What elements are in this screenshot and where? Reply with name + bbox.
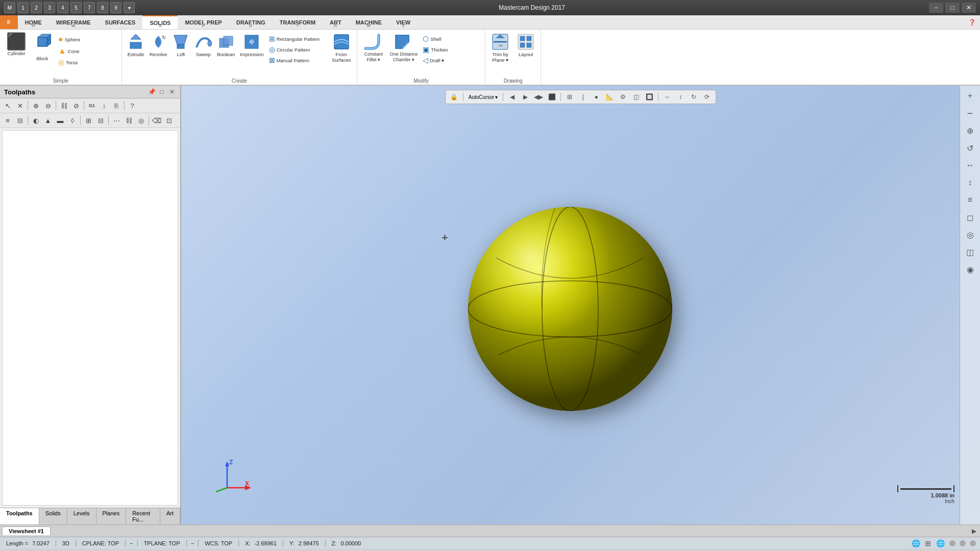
- qat-expand[interactable]: ▾: [124, 2, 135, 13]
- menu-tab-drafting[interactable]: DRAFTINGD: [229, 15, 273, 29]
- g1-btn[interactable]: G1: [86, 100, 97, 111]
- ribbon-btn-chamfer[interactable]: One DistanceChamfer ▾: [388, 32, 420, 64]
- triangle-btn[interactable]: ▲: [42, 115, 54, 126]
- panel-pin-btn[interactable]: 📌: [148, 88, 156, 96]
- vp-btn11[interactable]: ↔: [662, 91, 673, 103]
- vp-btn5[interactable]: ⊞: [564, 91, 575, 103]
- vp-btn7[interactable]: 📐: [604, 91, 615, 103]
- panel-tab-toolpaths[interactable]: Toolpaths: [0, 508, 39, 524]
- menu-tab-modelprep[interactable]: MODEL PREPP: [178, 15, 229, 29]
- deselect-chain-btn[interactable]: ⊘: [70, 100, 82, 111]
- vp-btn2[interactable]: ▶: [520, 91, 531, 103]
- vp-btn10[interactable]: 🔲: [644, 91, 655, 103]
- shape-btn[interactable]: ◊: [67, 115, 78, 126]
- extra1-btn[interactable]: ⌫: [151, 115, 162, 126]
- qat-4[interactable]: 4: [57, 2, 68, 13]
- menu-tab-machine[interactable]: MACHINEM: [349, 15, 389, 29]
- cplane-label[interactable]: CPLANE: TOP: [80, 540, 121, 546]
- rt-circle[interactable]: ◎: [962, 227, 978, 243]
- ribbon-btn-manual-pattern[interactable]: ⊠ Manual Pattern: [267, 55, 328, 65]
- ribbon-btn-cylinder[interactable]: ⬛ Cylinder: [4, 32, 29, 58]
- viewsheet-tab-1[interactable]: Viewsheet #1: [2, 527, 51, 535]
- ribbon-btn-loft[interactable]: Loft: [170, 32, 191, 59]
- vp-btn1[interactable]: ◀: [506, 91, 518, 103]
- ribbon-btn-sphere[interactable]: ● Sphere: [56, 34, 117, 45]
- vp-btn12[interactable]: ↕: [675, 91, 686, 103]
- pattern-btn[interactable]: ⊞: [83, 115, 94, 126]
- help-tb-btn[interactable]: ?: [127, 100, 138, 111]
- viewsheet-scroll-right[interactable]: ▶: [970, 527, 978, 535]
- ribbon-btn-impression[interactable]: Impression: [238, 32, 265, 59]
- ribbon-btn-cone[interactable]: ▲ Cone: [56, 45, 117, 57]
- select-btn[interactable]: ↖: [2, 100, 13, 111]
- ribbon-btn-extrude[interactable]: Extrude: [125, 32, 146, 59]
- panel-tab-planes[interactable]: Planes: [96, 508, 127, 524]
- ribbon-btn-from-surfaces[interactable]: FromSurfaces: [329, 32, 354, 65]
- rt-rect[interactable]: ◫: [962, 244, 978, 260]
- rt-lines[interactable]: ≡: [962, 192, 978, 208]
- panel-float-btn[interactable]: □: [158, 88, 166, 96]
- ribbon-btn-thicken[interactable]: ▣ Thicken: [421, 44, 482, 55]
- panel-tab-solids[interactable]: Solids: [39, 508, 67, 524]
- menu-tab-home[interactable]: HOMEH: [18, 15, 49, 29]
- select-chain-btn[interactable]: ⛓: [58, 100, 69, 111]
- vp-btn13[interactable]: ↻: [688, 91, 699, 103]
- qat-9[interactable]: 9: [110, 2, 121, 13]
- rt-target[interactable]: ⊕: [962, 122, 978, 139]
- qat-7[interactable]: 7: [84, 2, 95, 13]
- ribbon-btn-trim-plane[interactable]: ✂ Trim byPlane ▾: [488, 32, 512, 65]
- restore-button[interactable]: □: [945, 3, 960, 13]
- menu-tab-transform[interactable]: TRANSFORMT: [273, 15, 323, 29]
- wireframe-btn[interactable]: ⊟: [14, 115, 26, 126]
- deselect-all-btn[interactable]: ⊖: [42, 100, 54, 111]
- status-coord[interactable]: 🌐: [935, 538, 945, 548]
- panel-tab-levels[interactable]: Levels: [67, 508, 96, 524]
- deselect-btn[interactable]: ✕: [14, 100, 26, 111]
- extra2-btn[interactable]: ⊡: [163, 115, 175, 126]
- qat-2[interactable]: 2: [31, 2, 42, 13]
- rt-zoom-out[interactable]: −: [962, 105, 978, 121]
- menu-tab-view[interactable]: VIEWV: [389, 15, 418, 29]
- ribbon-btn-boolean[interactable]: Boolean: [215, 32, 237, 59]
- toggle-btn[interactable]: ◐: [30, 115, 41, 126]
- help-button[interactable]: ❓: [968, 18, 976, 27]
- ribbon-btn-sweep[interactable]: Sweep: [192, 32, 214, 59]
- mode-label[interactable]: 3D: [60, 540, 71, 546]
- rect-btn[interactable]: ▬: [55, 115, 66, 126]
- qat-1[interactable]: 1: [17, 2, 29, 13]
- more-btn[interactable]: ⋯: [111, 115, 122, 126]
- layers-btn[interactable]: ≡: [2, 115, 13, 126]
- ribbon-btn-torus[interactable]: ◎ Torus: [56, 57, 117, 67]
- vp-btn8[interactable]: ⚙: [617, 91, 628, 103]
- status-grid[interactable]: ⊞: [923, 538, 933, 548]
- menu-tab-art[interactable]: ARTA: [323, 15, 349, 29]
- menu-tab-wireframe[interactable]: WIREFRAMEW: [49, 15, 98, 29]
- ribbon-btn-block[interactable]: Block: [31, 32, 54, 63]
- status-globe[interactable]: 🌐: [911, 538, 921, 548]
- chain-btn[interactable]: ⛓: [123, 115, 134, 126]
- copy-btn[interactable]: ⎘: [111, 100, 122, 111]
- vp-btn9[interactable]: ◫: [630, 91, 642, 103]
- ribbon-btn-fillet[interactable]: ConstantFillet ▾: [360, 32, 387, 64]
- move-btn[interactable]: ↕: [99, 100, 110, 111]
- ribbon-btn-layout[interactable]: Layout: [514, 32, 537, 59]
- panel-close-btn[interactable]: ✕: [168, 88, 176, 96]
- select-all-btn[interactable]: ⊕: [30, 100, 41, 111]
- vp-btn14[interactable]: ⟳: [701, 91, 713, 103]
- menu-tab-surfaces[interactable]: SURFACES: [98, 15, 143, 29]
- ribbon-btn-circ-pattern[interactable]: ◎ Circular Pattern: [267, 44, 328, 55]
- rt-dot[interactable]: ◉: [962, 261, 978, 278]
- menu-tab-f[interactable]: F: [0, 15, 18, 29]
- wcs-label[interactable]: WCS: TOP: [203, 540, 234, 546]
- qat-5[interactable]: 5: [70, 2, 82, 13]
- qat-8[interactable]: 8: [97, 2, 108, 13]
- region-btn[interactable]: ◎: [135, 115, 146, 126]
- ribbon-btn-revolve[interactable]: ↻ Revolve: [148, 32, 169, 59]
- menu-tab-solids[interactable]: SOLIDSS: [142, 15, 178, 29]
- rt-zoom-in[interactable]: +: [962, 88, 978, 104]
- ribbon-btn-shell[interactable]: ⬡ Shell: [421, 34, 482, 44]
- tplane-label[interactable]: TPLANE: TOP: [142, 540, 182, 546]
- vp-btn6[interactable]: ●: [591, 91, 602, 103]
- close-button[interactable]: ✕: [962, 3, 976, 13]
- vp-btn4[interactable]: ⬛: [546, 91, 557, 103]
